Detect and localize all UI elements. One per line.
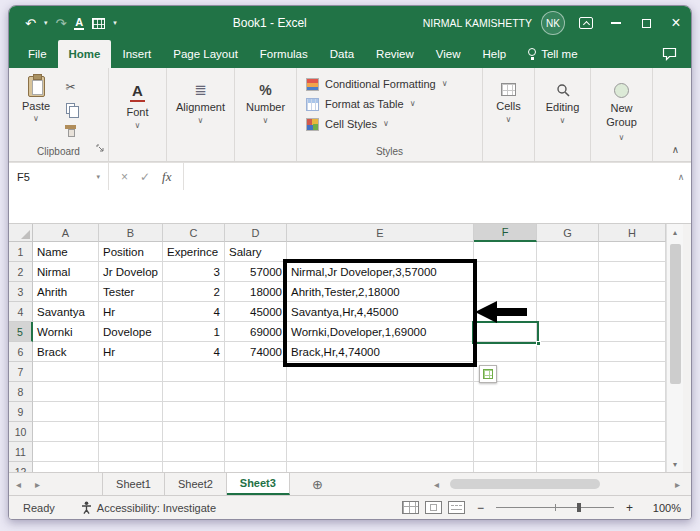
row-header-6[interactable]: 6 xyxy=(9,342,33,362)
cell-H6[interactable] xyxy=(599,342,666,362)
cell-D3[interactable]: 18000 xyxy=(225,282,287,302)
redo-icon[interactable]: ↷ xyxy=(55,17,66,30)
column-header-B[interactable]: B xyxy=(99,224,163,242)
close-button[interactable]: × xyxy=(661,6,691,40)
cell-B3[interactable]: Tester xyxy=(99,282,163,302)
comments-button[interactable] xyxy=(648,40,691,68)
row-header-5[interactable]: 5 xyxy=(9,322,33,342)
cell-C11[interactable] xyxy=(163,442,225,462)
cell-B6[interactable]: Hr xyxy=(99,342,163,362)
scroll-down-icon[interactable]: ▾ xyxy=(667,456,683,472)
cell-G12[interactable] xyxy=(537,462,599,472)
cell-H11[interactable] xyxy=(599,442,666,462)
cell-B4[interactable]: Hr xyxy=(99,302,163,322)
cell-C5[interactable]: 1 xyxy=(163,322,225,342)
alignment-group[interactable]: ≣ Alignment ∨ xyxy=(167,68,235,161)
cell-E10[interactable] xyxy=(287,422,474,442)
cell-A6[interactable]: Brack xyxy=(33,342,99,362)
zoom-percentage[interactable]: 100% xyxy=(645,502,681,514)
cell-D11[interactable] xyxy=(225,442,287,462)
row-header-7[interactable]: 7 xyxy=(9,362,33,382)
number-group-dropdown-icon[interactable]: ∨ xyxy=(263,117,269,125)
ribbon-display-options-icon[interactable] xyxy=(579,17,593,29)
cell-E11[interactable] xyxy=(287,442,474,462)
column-header-C[interactable]: C xyxy=(163,224,225,242)
cell-H3[interactable] xyxy=(599,282,666,302)
cell-A7[interactable] xyxy=(33,362,99,382)
maximize-button[interactable] xyxy=(631,6,661,40)
cell-D4[interactable]: 45000 xyxy=(225,302,287,322)
conditional-formatting-button[interactable]: Conditional Formatting ∨ xyxy=(306,74,482,94)
cell-B8[interactable] xyxy=(99,382,163,402)
sheet-tab-sheet2[interactable]: Sheet2 xyxy=(165,473,227,495)
hscroll-left-icon[interactable]: ◂ xyxy=(427,473,446,495)
cell-E5[interactable]: Wornki,Doveloper,1,69000 xyxy=(287,322,474,342)
cell-A4[interactable]: Savantya xyxy=(33,302,99,322)
custom-new-group[interactable]: New Group ∨ xyxy=(591,68,653,161)
scroll-up-icon[interactable]: ▴ xyxy=(667,224,683,240)
cell-E6[interactable]: Brack,Hr,4,74000 xyxy=(287,342,474,362)
cell-C6[interactable]: 4 xyxy=(163,342,225,362)
cell-D6[interactable]: 74000 xyxy=(225,342,287,362)
cell-D8[interactable] xyxy=(225,382,287,402)
horizontal-scrollbar[interactable] xyxy=(446,478,668,490)
tab-insert[interactable]: Insert xyxy=(111,40,162,68)
cell-H8[interactable] xyxy=(599,382,666,402)
cell-B12[interactable] xyxy=(99,462,163,472)
column-header-D[interactable]: D xyxy=(225,224,287,242)
cell-C4[interactable]: 4 xyxy=(163,302,225,322)
cell-A9[interactable] xyxy=(33,402,99,422)
cell-G1[interactable] xyxy=(537,242,599,262)
cell-D5[interactable]: 69000 xyxy=(225,322,287,342)
cell-D1[interactable]: Salary xyxy=(225,242,287,262)
new-group-dropdown-icon[interactable]: ∨ xyxy=(619,134,625,142)
sheet-nav-right-icon[interactable]: ▸ xyxy=(28,473,47,495)
cell-F11[interactable] xyxy=(474,442,537,462)
cell-E12[interactable] xyxy=(287,462,474,472)
cell-A10[interactable] xyxy=(33,422,99,442)
cell-G10[interactable] xyxy=(537,422,599,442)
cell-F10[interactable] xyxy=(474,422,537,442)
cell-G5[interactable] xyxy=(537,322,599,342)
cell-C3[interactable]: 2 xyxy=(163,282,225,302)
add-sheet-button[interactable]: ⊕ xyxy=(302,473,333,495)
cell-H2[interactable] xyxy=(599,262,666,282)
cell-E1[interactable] xyxy=(287,242,474,262)
row-header-10[interactable]: 10 xyxy=(9,422,33,442)
zoom-slider-thumb[interactable] xyxy=(577,503,581,512)
cell-C8[interactable] xyxy=(163,382,225,402)
editing-group-dropdown-icon[interactable]: ∨ xyxy=(560,117,566,125)
cell-A8[interactable] xyxy=(33,382,99,402)
tab-data[interactable]: Data xyxy=(319,40,365,68)
cell-G2[interactable] xyxy=(537,262,599,282)
cell-F9[interactable] xyxy=(474,402,537,422)
formula-bar-expand-icon[interactable]: ∧ xyxy=(671,163,691,190)
tab-tell-me[interactable]: Tell me xyxy=(517,40,588,68)
cell-C9[interactable] xyxy=(163,402,225,422)
enter-icon[interactable]: ✓ xyxy=(140,170,150,184)
cell-D2[interactable]: 57000 xyxy=(225,262,287,282)
avatar[interactable]: NK xyxy=(541,11,565,35)
zoom-slider[interactable] xyxy=(496,507,614,508)
select-all-button[interactable] xyxy=(9,224,33,242)
row-header-3[interactable]: 3 xyxy=(9,282,33,302)
tab-view[interactable]: View xyxy=(425,40,472,68)
horizontal-scroll-thumb[interactable] xyxy=(450,479,600,489)
cell-C7[interactable] xyxy=(163,362,225,382)
row-header-9[interactable]: 9 xyxy=(9,402,33,422)
cell-B9[interactable] xyxy=(99,402,163,422)
cell-F12[interactable] xyxy=(474,462,537,472)
normal-view-icon[interactable] xyxy=(402,501,419,514)
row-header-2[interactable]: 2 xyxy=(9,262,33,282)
cell-G9[interactable] xyxy=(537,402,599,422)
alignment-group-dropdown-icon[interactable]: ∨ xyxy=(198,117,204,125)
cell-E3[interactable]: Ahrith,Tester,2,18000 xyxy=(287,282,474,302)
accessibility-status[interactable]: Accessibility: Investigate xyxy=(81,501,216,514)
cut-icon[interactable]: ✂ xyxy=(65,80,75,94)
row-header-1[interactable]: 1 xyxy=(9,242,33,262)
cell-F6[interactable] xyxy=(474,342,537,362)
cell-F8[interactable] xyxy=(474,382,537,402)
borders-icon[interactable] xyxy=(92,18,105,29)
tab-page-layout[interactable]: Page Layout xyxy=(162,40,249,68)
clipboard-dialog-launcher-icon[interactable] xyxy=(96,139,105,157)
